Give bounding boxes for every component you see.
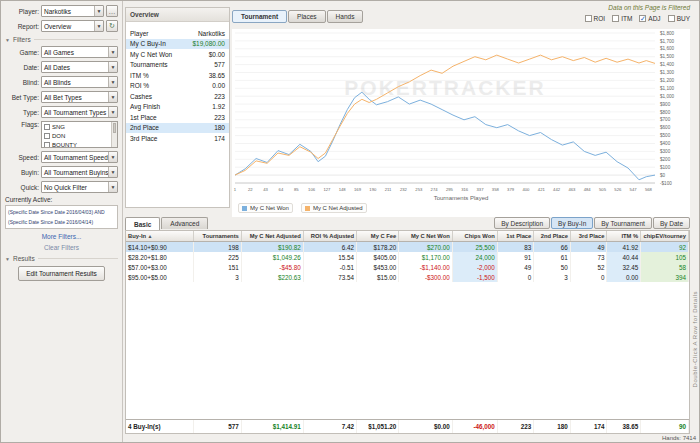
table-cell: 92 [641,242,689,253]
scrollbar-thumb[interactable] [113,123,116,133]
more-filters-link[interactable]: More Filters... [5,233,118,240]
overview-row-label: My C Buy-In [130,40,166,47]
table-cell: -$300.00 [399,272,452,282]
flags-listbox[interactable]: SNG DON BOUNTY [41,121,118,148]
tab-tournament[interactable]: Tournament [232,10,287,23]
quick-filter-select[interactable]: No Quick Filter ▼ [41,181,118,193]
overview-row-label: Avg Finish [130,103,160,110]
overview-row[interactable]: PlayerNarkotiks [126,28,229,39]
overview-row[interactable]: Tournaments577 [126,60,229,71]
table-row[interactable]: $95.00+$5.003$220.6373.54$15.00-$300.00-… [126,272,689,282]
clear-filters-link[interactable]: Clear Filters [5,244,118,251]
checkbox-roi[interactable]: ROI [585,15,606,22]
quick-filter-label: Quick: [5,184,39,191]
column-header-itm[interactable]: ITM % [607,231,641,242]
filters-section-header[interactable]: ▼ Filters [5,36,118,43]
overview-row[interactable]: ITM %38.65 [126,70,229,81]
svg-text:148: 148 [339,187,347,192]
checkbox-itm[interactable]: ITM [612,15,632,22]
table-cell: 105 [641,252,689,262]
svg-text:$700: $700 [660,117,671,122]
player-options-button[interactable]: … [106,5,118,17]
buyin-filter-select[interactable]: All Tournament Buyins ▼ [41,166,118,178]
view-button-by-tournament[interactable]: By Tournament [594,217,652,229]
speed-filter-select[interactable]: All Tournament Speeds ▼ [41,151,118,163]
svg-text:$1,400: $1,400 [660,62,674,67]
summary-cell: $0.00 [399,420,452,433]
column-header-tournaments[interactable]: Tournaments [194,231,242,242]
table-tab-basic[interactable]: Basic [125,217,160,230]
column-header-roi-adjusted[interactable]: ROI % Adjusted [303,231,356,242]
table-cell: 50 [534,262,571,272]
chevron-down-icon: ▼ [108,92,117,102]
column-header-chipev-tourney[interactable]: chipEV/tourney [641,231,689,242]
divider [34,39,118,40]
flag-option-don[interactable]: DON [42,131,111,140]
svg-text:$0: $0 [660,173,666,178]
table-row[interactable]: $14.10+$0.90198$190.826.42$178.20$270.00… [126,242,689,253]
table-cell: $405.00 [357,252,399,262]
overview-row-value: 223 [214,93,225,100]
sidebar: Player: Narkotiks ▼ … Report: Overview ▼… [1,1,123,443]
refresh-report-button[interactable]: ↻ [106,20,118,32]
metric-checkboxes: ROIITM✓ADJBUY [585,15,690,22]
bet-type-filter-select[interactable]: All Bet Types ▼ [41,91,118,103]
tab-places[interactable]: Places [288,10,326,23]
checkbox-buy[interactable]: BUY [668,15,690,22]
overview-row[interactable]: My C Net Won$0.00 [126,49,229,60]
player-select[interactable]: Narkotiks ▼ [41,5,104,17]
checkbox-icon [44,124,50,130]
scrollbar[interactable] [111,122,117,147]
column-header-3rd-place[interactable]: 3rd Place [570,231,607,242]
overview-row-value: 38.65 [209,72,225,79]
overview-row[interactable]: 3rd Place174 [126,133,229,144]
table-tab-advanced[interactable]: Advanced [161,217,208,229]
active-filters-box: (Specific Date Since Date 2016/04/03) AN… [5,205,118,229]
table-cell: $270.00 [399,242,452,253]
flag-option-sng[interactable]: SNG [42,122,111,131]
overview-row[interactable]: 2nd Place180 [126,123,229,134]
table-cell: 198 [194,242,242,253]
column-header-chips-won[interactable]: Chips Won [452,231,497,242]
results-section-header[interactable]: ▼ Results [5,255,118,262]
view-button-by-buy-in[interactable]: By Buy-In [551,217,593,229]
svg-text:$600: $600 [660,125,671,130]
date-filter-select[interactable]: All Dates ▼ [41,61,118,73]
svg-text:$100: $100 [660,165,671,170]
svg-text:$1,800: $1,800 [660,31,674,36]
column-header-my-c-net-won[interactable]: My C Net Won [399,231,452,242]
overview-row[interactable]: ROI %0.00 [126,81,229,92]
svg-text:$200: $200 [660,157,671,162]
type-filter-row: Type: All Tournament Types ▼ [5,106,118,118]
column-header-2nd-place[interactable]: 2nd Place [534,231,571,242]
view-button-by-description[interactable]: By Description [494,217,550,229]
table-row[interactable]: $28.20+$1.80225$1,049.2615.54$405.00$1,1… [126,252,689,262]
svg-text:$1,300: $1,300 [660,70,674,75]
edit-tournament-results-button[interactable]: Edit Tournament Results [18,266,105,281]
type-filter-select[interactable]: All Tournament Types ▼ [41,106,118,118]
table-row[interactable]: $57.00+$3.00151-$45.80-0.51$453.00-$1,14… [126,262,689,272]
chevron-down-icon: ▼ [5,256,10,262]
column-header-buy-in[interactable]: Buy-In ▲ [126,231,194,242]
checkbox-adj[interactable]: ✓ADJ [639,15,660,22]
column-header-1st-place[interactable]: 1st Place [497,231,534,242]
overview-row[interactable]: Avg Finish1.92 [126,102,229,113]
svg-text:169: 169 [354,187,362,192]
overview-row[interactable]: Cashes223 [126,91,229,102]
tab-hands[interactable]: Hands [327,10,364,23]
column-header-my-c-net-adjusted[interactable]: My C Net Adjusted [241,231,303,242]
game-filter-select[interactable]: All Games ▼ [41,46,118,58]
overview-row[interactable]: 1st Place223 [126,112,229,123]
chart-area: -$100$0$100$200$300$400$500$600$700$800$… [232,29,690,217]
overview-row[interactable]: My C Buy-In$19,080.00 [126,39,229,50]
flag-option-bounty[interactable]: BOUNTY [42,140,111,148]
chevron-down-icon: ▼ [108,182,117,192]
table-cell: -$1,140.00 [399,262,452,272]
blind-filter-select[interactable]: All Blinds ▼ [41,76,118,88]
table-cell: 0 [570,272,607,282]
summary-cell: 4 Buy-In(s) [126,420,194,433]
view-button-by-date[interactable]: By Date [653,217,690,229]
column-header-my-c-fee[interactable]: My C Fee [357,231,399,242]
refresh-icon: ↻ [109,22,115,30]
report-select[interactable]: Overview ▼ [41,20,104,32]
